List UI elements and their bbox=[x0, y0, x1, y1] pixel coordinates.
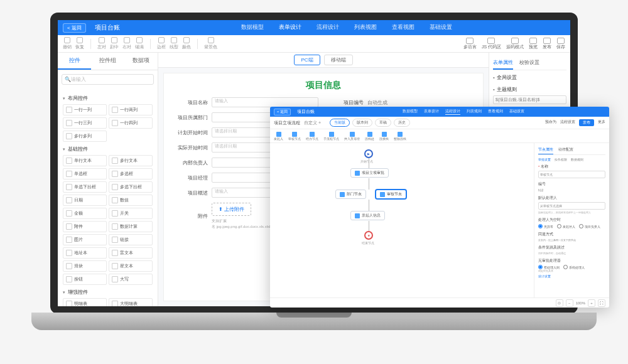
flow-tab-5[interactable]: 基础设置 bbox=[509, 109, 524, 115]
flow-prop-tab-node[interactable]: 节点属性 bbox=[538, 146, 553, 154]
color-button[interactable]: 颜色 bbox=[182, 37, 191, 50]
palette-item[interactable]: 单行文本 bbox=[63, 155, 107, 166]
empty-handler-radio[interactable]: 无异常 发起填人 项目负责人 bbox=[538, 224, 605, 228]
palette-item[interactable]: 大明细表 bbox=[109, 298, 153, 306]
default-handler-input[interactable] bbox=[538, 202, 605, 210]
flow-subtab-perm[interactable]: 操作权限 bbox=[555, 158, 567, 161]
palette-item[interactable]: 附件 bbox=[63, 221, 107, 232]
palette-item[interactable]: 链接 bbox=[109, 234, 153, 245]
bgcolor-button[interactable]: 背景色 bbox=[204, 37, 217, 50]
upload-button[interactable]: ⬆ 上传附件 bbox=[212, 203, 251, 216]
no-handler-radio[interactable]: 有处理人则 系统处理人 bbox=[538, 265, 605, 269]
palette-item[interactable]: 星文本 bbox=[109, 260, 153, 272]
flow-saveas-button[interactable]: 预存为 bbox=[545, 119, 556, 126]
preview-button[interactable]: 预览 bbox=[529, 38, 538, 50]
theme-rule-section[interactable]: 主题规则 bbox=[493, 86, 566, 93]
node-review[interactable]: 审核节点 bbox=[376, 190, 406, 199]
node-initiator[interactable]: 发起人信息 bbox=[350, 211, 385, 220]
palette-item[interactable]: 富文本 bbox=[109, 247, 153, 259]
palette-group-title[interactable]: 布局控件 bbox=[63, 95, 153, 102]
align-left-button[interactable]: 左对 bbox=[97, 37, 106, 50]
palette-tab-groups[interactable]: 控件组 bbox=[91, 53, 124, 70]
i18n-button[interactable]: 多语言 bbox=[463, 38, 477, 50]
version-tab-current[interactable]: 当前版 bbox=[330, 119, 350, 127]
flow-tab-1[interactable]: 表单设计 bbox=[424, 109, 439, 115]
flow-prop-tab-action[interactable]: 动作配置 bbox=[558, 146, 573, 154]
palette-item[interactable]: 开关 bbox=[109, 208, 153, 219]
palette-search[interactable]: 🔍 请输入 bbox=[62, 74, 154, 85]
palette-item[interactable]: 地址本 bbox=[63, 247, 107, 259]
tab-form-design[interactable]: 表单设计 bbox=[276, 19, 304, 36]
flow-more-button[interactable]: 更多 bbox=[598, 119, 605, 126]
palette-item[interactable]: 单选下拉框 bbox=[63, 181, 107, 193]
palette-item[interactable]: 多选下拉框 bbox=[109, 181, 153, 193]
flow-tab-2[interactable]: 流程设计 bbox=[445, 109, 460, 115]
start-node[interactable]: ▶ bbox=[364, 149, 373, 158]
tab-data-model[interactable]: 数据模型 bbox=[239, 19, 266, 36]
flow-tool[interactable]: 连接线 bbox=[379, 132, 389, 141]
palette-item[interactable]: 一行三列 bbox=[63, 117, 107, 129]
node-approval[interactable]: 项目立项审批 bbox=[350, 168, 389, 178]
form-title[interactable]: 项目信息 bbox=[173, 80, 474, 91]
zoom-in-button[interactable]: + bbox=[588, 299, 595, 307]
tab-flow-design[interactable]: 流程设计 bbox=[314, 19, 342, 36]
zoom-reset-button[interactable]: ⊙ bbox=[556, 299, 563, 307]
palette-tab-data[interactable]: 数据项 bbox=[124, 53, 158, 70]
field-input[interactable]: 请输入 bbox=[212, 97, 318, 107]
palette-item[interactable]: 多行文本 bbox=[109, 155, 153, 166]
palette-item[interactable]: 一行四列 bbox=[109, 117, 153, 129]
palette-group-title[interactable]: 基础控件 bbox=[63, 146, 153, 153]
tab-detail-view[interactable]: 查看视图 bbox=[389, 19, 417, 36]
align-center-button[interactable]: 剧中 bbox=[110, 37, 119, 50]
flow-tool[interactable]: 发起人 bbox=[274, 132, 283, 141]
flow-settings-button[interactable]: 流程设置 bbox=[560, 119, 575, 126]
flow-subtab-data[interactable]: 数据规则 bbox=[571, 158, 583, 161]
add-custom-button[interactable]: 自定义 + bbox=[304, 120, 321, 126]
flow-tool[interactable]: 并入及等待 bbox=[344, 132, 360, 141]
device-tab-mobile[interactable]: 移动端 bbox=[324, 55, 353, 65]
end-node[interactable]: ★ bbox=[364, 231, 373, 240]
undo-button[interactable]: 撤销 bbox=[63, 37, 72, 50]
flow-tab-0[interactable]: 数据模型 bbox=[403, 109, 418, 115]
palette-item[interactable]: 明细表 bbox=[63, 298, 107, 306]
flow-tool[interactable]: 整除连线 bbox=[394, 132, 406, 141]
prop-tab-form[interactable]: 表单属性 bbox=[493, 56, 513, 70]
palette-item[interactable]: 滑块 bbox=[63, 260, 107, 272]
palette-item[interactable]: 金额 bbox=[63, 208, 107, 219]
source-mode-button[interactable]: 源码模式 bbox=[506, 38, 524, 50]
flow-tool[interactable]: 子流程节点 bbox=[323, 132, 339, 141]
line-style-button[interactable]: 线型 bbox=[170, 37, 178, 50]
palette-item[interactable]: 一行一列 bbox=[63, 104, 107, 115]
theme-rule-input[interactable] bbox=[493, 95, 566, 104]
back-button[interactable]: < 返回 bbox=[63, 23, 86, 33]
version-tab-rule[interactable]: 版本则 bbox=[352, 119, 372, 127]
palette-item[interactable]: 多行多列 bbox=[63, 131, 107, 142]
tab-basic-settings[interactable]: 基础设置 bbox=[427, 19, 455, 36]
palette-item[interactable]: 数据计算 bbox=[109, 221, 153, 232]
palette-item[interactable]: 按钮 bbox=[63, 274, 107, 285]
zoom-out-button[interactable]: − bbox=[566, 299, 573, 307]
design-settings-link[interactable]: 设计设置 bbox=[538, 274, 605, 278]
flow-canvas[interactable]: ▶ 开始节点 项目立项审批 部门节点 审核节点 发起人信息 ★ 结束节点 bbox=[270, 143, 534, 297]
palette-tab-controls[interactable]: 控件 bbox=[58, 53, 91, 70]
align-fill-button[interactable]: 铺满 bbox=[135, 37, 144, 50]
flow-tool[interactable]: 连线处 bbox=[365, 132, 374, 141]
flow-tool[interactable]: 审核节点 bbox=[288, 132, 301, 141]
align-right-button[interactable]: 右对 bbox=[122, 37, 131, 50]
fullscreen-button[interactable]: ⛶ bbox=[598, 299, 605, 307]
palette-group-title[interactable]: 增强控件 bbox=[63, 289, 153, 296]
palette-item[interactable]: 图片 bbox=[63, 234, 107, 245]
flow-tool[interactable]: 经办节点 bbox=[306, 132, 318, 141]
version-tab-history[interactable]: 历史 bbox=[394, 119, 410, 127]
node-dept[interactable]: 部门节点 bbox=[335, 190, 366, 199]
save-button[interactable]: 保存 bbox=[556, 38, 565, 50]
node-name-input[interactable] bbox=[538, 171, 605, 178]
palette-item[interactable]: 多选框 bbox=[109, 168, 153, 179]
prop-tab-validation[interactable]: 校验设置 bbox=[519, 56, 539, 70]
tab-list-view[interactable]: 列表视图 bbox=[352, 19, 379, 36]
palette-item[interactable]: 一行两列 bbox=[109, 104, 153, 115]
flow-publish-button[interactable]: 发布 bbox=[579, 119, 594, 126]
flow-tab-4[interactable]: 查看规则 bbox=[488, 109, 503, 115]
palette-item[interactable]: 单选框 bbox=[63, 168, 107, 179]
breadcrumb[interactable]: 项目立项流程 bbox=[274, 120, 300, 126]
